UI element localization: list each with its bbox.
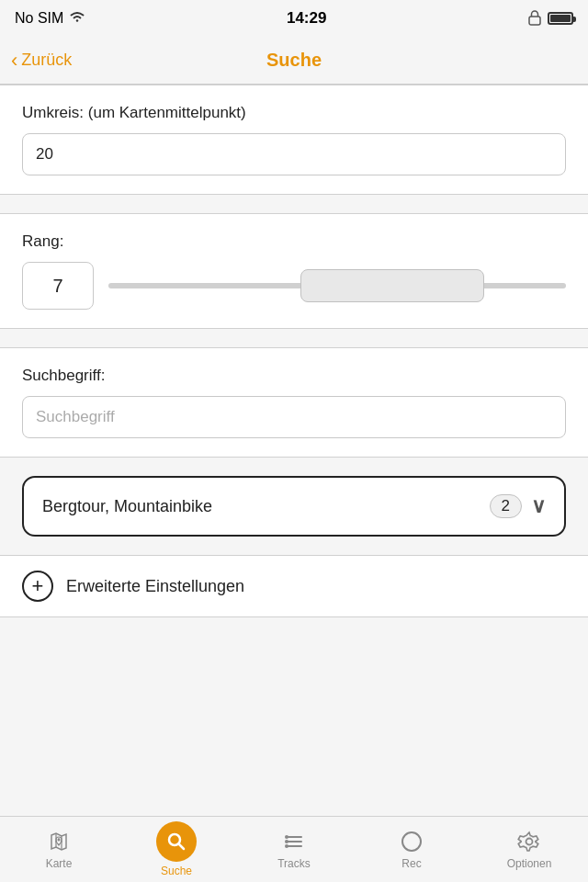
- suchbegriff-input[interactable]: [22, 396, 566, 438]
- rang-row: 7: [22, 262, 566, 310]
- content-area: Umkreis: (um Kartenmittelpunkt) Rang: 7 …: [0, 85, 588, 816]
- tab-karte[interactable]: Karte: [0, 829, 118, 870]
- tab-bar: Karte Suche Tracks: [0, 816, 588, 882]
- rang-value-display: 7: [22, 262, 94, 310]
- tracks-icon: [281, 829, 307, 854]
- tab-optionen-label: Optionen: [507, 857, 552, 870]
- back-button[interactable]: ‹ Zurück: [11, 51, 72, 71]
- tab-rec[interactable]: Rec: [353, 829, 470, 870]
- svg-line-3: [179, 844, 185, 850]
- gear-icon: [516, 829, 542, 854]
- status-bar: No SIM 14:29: [0, 0, 588, 37]
- svg-point-9: [285, 844, 288, 848]
- rang-slider-container: [108, 262, 566, 310]
- category-right: 2 ∨: [490, 494, 546, 518]
- map-icon: [46, 829, 72, 854]
- svg-point-11: [526, 839, 533, 845]
- svg-point-8: [285, 840, 288, 843]
- carrier-label: No SIM: [15, 10, 63, 27]
- erweiterte-label: Erweiterte Einstellungen: [66, 577, 244, 596]
- back-chevron-icon: ‹: [11, 51, 17, 71]
- tab-suche-label: Suche: [161, 865, 192, 877]
- battery-icon: [548, 12, 573, 25]
- category-wrapper: Bergtour, Mountainbike 2 ∨: [0, 476, 588, 537]
- rang-section: Rang: 7: [0, 213, 588, 329]
- suchbegriff-label: Suchbegriff:: [22, 367, 566, 385]
- erweiterte-row[interactable]: + Erweiterte Einstellungen: [0, 555, 588, 617]
- suchbegriff-section: Suchbegriff:: [0, 347, 588, 458]
- tab-suche[interactable]: Suche: [118, 821, 235, 877]
- wifi-icon: [69, 10, 85, 27]
- category-count: 2: [490, 494, 522, 518]
- status-left: No SIM: [15, 10, 85, 27]
- tab-tracks-label: Tracks: [277, 857, 311, 870]
- svg-point-10: [402, 832, 421, 851]
- umkreis-label: Umkreis: (um Kartenmittelpunkt): [22, 104, 566, 122]
- category-button[interactable]: Bergtour, Mountainbike 2 ∨: [22, 476, 566, 537]
- umkreis-input[interactable]: [22, 133, 566, 175]
- lock-icon: [527, 9, 542, 28]
- tab-tracks[interactable]: Tracks: [235, 829, 353, 870]
- time-display: 14:29: [287, 9, 326, 28]
- rec-icon: [399, 829, 424, 854]
- plus-circle-icon: +: [22, 571, 53, 602]
- rang-label: Rang:: [22, 232, 566, 251]
- search-icon: [156, 821, 197, 862]
- tab-rec-label: Rec: [401, 857, 421, 870]
- nav-title: Suche: [266, 50, 322, 71]
- svg-point-1: [58, 839, 61, 842]
- svg-point-7: [285, 835, 288, 839]
- svg-rect-0: [529, 17, 540, 25]
- back-label: Zurück: [21, 51, 72, 70]
- rang-slider[interactable]: [108, 283, 566, 288]
- tab-karte-label: Karte: [46, 857, 73, 870]
- umkreis-section: Umkreis: (um Kartenmittelpunkt): [0, 85, 588, 195]
- status-right: [527, 9, 573, 28]
- nav-bar: ‹ Zurück Suche: [0, 37, 588, 85]
- tab-optionen[interactable]: Optionen: [470, 829, 588, 870]
- category-label: Bergtour, Mountainbike: [42, 497, 212, 516]
- chevron-down-icon: ∨: [531, 494, 546, 518]
